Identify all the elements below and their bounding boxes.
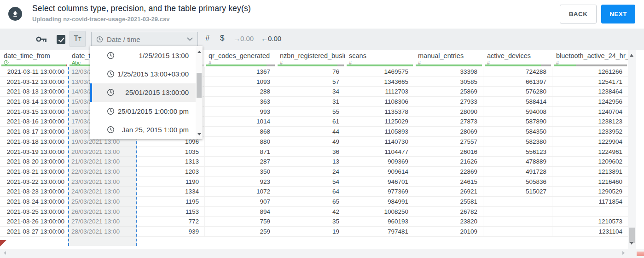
table-cell: 1261266 [552,67,628,77]
decrease-decimal-button[interactable]: ←0.00 [261,35,281,42]
increase-decimal-button[interactable]: →0.00 [233,35,254,42]
table-cell: 1135378 [345,107,414,117]
table-cell: 1125029 [345,117,414,127]
table-cell: 54 [276,177,345,187]
table-cell: 1238464 [552,87,628,97]
column-header[interactable]: active_devices# [483,50,552,64]
column-header[interactable]: qr_codes_generated# [205,50,276,64]
horizontal-scroll-thumb[interactable] [637,252,644,256]
table-cell: 556123 [483,147,552,157]
table-cell: 64 [276,187,345,197]
currency-type-button[interactable]: $ [220,34,224,43]
horizontal-scrollbar[interactable] [0,249,644,258]
table-cell: 505836 [483,177,552,187]
scroll-left-arrow-icon[interactable] [4,251,6,255]
column-header[interactable]: date_time_from [0,50,68,64]
upload-cloud-icon [8,7,22,21]
format-option-label: Jan 25, 2015 1:00 pm [115,126,189,134]
table-cell: 2021-03-11 13:00:00 [0,67,68,77]
table-cell: 26921 [414,187,483,197]
number-type-button[interactable]: # [205,34,209,43]
table-cell: 1313 [137,157,205,167]
table-cell: 1072 [205,187,276,197]
table-cell: 23820 [414,217,483,227]
menu-scroll-down-icon[interactable] [197,133,201,135]
format-option-label: 1/25/2015 13:00 [115,52,189,59]
menu-scroll-thumb[interactable] [197,73,202,98]
column-quality-bar [485,64,551,66]
table-cell: 2021-03-12 13:00:00 [0,77,68,87]
column-type-select[interactable]: Date / time [91,32,198,47]
table-cell: 21626 [414,157,483,167]
column-quality-bar [347,64,413,66]
header-titles: Select columns type, precision, and the … [32,4,251,23]
next-button[interactable]: NEXT [601,5,635,23]
back-button[interactable]: BACK [560,5,597,23]
chevron-down-icon [187,37,193,41]
text-type-button[interactable]: Tt [70,31,86,47]
column-header[interactable]: nzbn_registered_busine# [276,50,345,64]
table-cell: 25581 [414,197,483,207]
dropdown-option[interactable]: 25/01/2015 13:00:00 [90,83,203,102]
table-cell: 907 [205,197,276,207]
table-row: 2021-03-20 13:00:0021/03/2021 13:0013132… [0,157,628,167]
primary-key-icon[interactable] [36,36,47,44]
table-cell: 2021-03-18 13:00:00 [0,137,68,147]
table-cell: 2021-03-22 13:00:00 [0,177,68,187]
table-cell: 20/03/2021 13:00 [68,147,137,157]
table-cell: 1216460 [552,177,628,187]
number-type-icon: # [487,60,549,64]
table-cell: 25869 [414,87,483,97]
table-cell: 491728 [483,167,552,177]
table-cell: 2021-03-14 13:00:00 [0,97,68,107]
table-cell [483,197,552,207]
menu-scroll-up-icon[interactable] [197,51,201,53]
table-cell: 28090 [414,107,483,117]
column-quality-bar [416,64,482,66]
scroll-right-arrow-icon[interactable] [622,251,625,255]
wizard-header: Select columns type, precision, and the … [0,0,644,29]
table-cell: 2021-03-16 13:00:00 [0,117,68,127]
column-header[interactable]: bluetooth_active_24_hr_# [552,50,628,64]
column-name: active_devices [487,52,549,59]
dropdown-option[interactable]: 1/25/2015 13:00+03:00 [90,64,203,83]
table-row: 2021-03-22 13:00:0023/03/2021 13:0011909… [0,177,628,187]
column-quality-bar [278,64,344,66]
table-cell: 1108306 [345,97,414,107]
table-cell: 31 [276,97,345,107]
include-column-checkbox[interactable] [57,35,65,44]
table-cell: 26782 [414,207,483,217]
scroll-down-arrow-icon[interactable] [630,242,633,245]
table-row: 2021-03-24 13:00:0025/03/2021 13:0011959… [0,197,628,207]
table-cell: 27933 [414,97,483,107]
dropdown-option[interactable]: 25/01/2015 1:00:00 pm [90,102,203,120]
column-header[interactable]: scans# [345,50,414,64]
table-cell: 880 [205,137,276,147]
column-header[interactable]: manual_entries# [414,50,483,64]
table-cell: 960193 [345,217,414,227]
table-cell: 42 [276,207,345,217]
vertical-scrollbar[interactable] [628,50,636,249]
clock-icon [107,70,115,78]
vertical-scroll-thumb[interactable] [629,228,635,243]
dropdown-option[interactable]: 1/25/2015 13:00 [90,46,203,64]
table-cell: 21/03/2021 13:00 [68,157,137,167]
scroll-up-arrow-icon[interactable] [630,54,633,57]
column-quality-bar [206,64,275,66]
number-type-icon: # [209,60,273,64]
table-cell: 65 [276,197,345,207]
dropdown-option[interactable]: Jan 25, 2015 1:00 pm [90,121,203,139]
table-cell: 350 [205,167,276,177]
table-cell: 724288 [483,67,552,77]
table-cell: 868 [205,127,276,137]
table-cell: 27873 [414,117,483,127]
table-cell: 1213891 [552,167,628,177]
table-cell: 34 [276,87,345,97]
table-cell: 984991 [345,197,414,207]
table-cell: 28069 [414,127,483,137]
table-cell: 909369 [345,157,414,167]
table-cell: 661397 [483,77,552,87]
table-cell: 1254171 [552,77,628,87]
table-row: 2021-03-21 13:00:0022/03/2021 13:0012033… [0,167,628,177]
menu-scrollbar[interactable] [196,46,203,139]
